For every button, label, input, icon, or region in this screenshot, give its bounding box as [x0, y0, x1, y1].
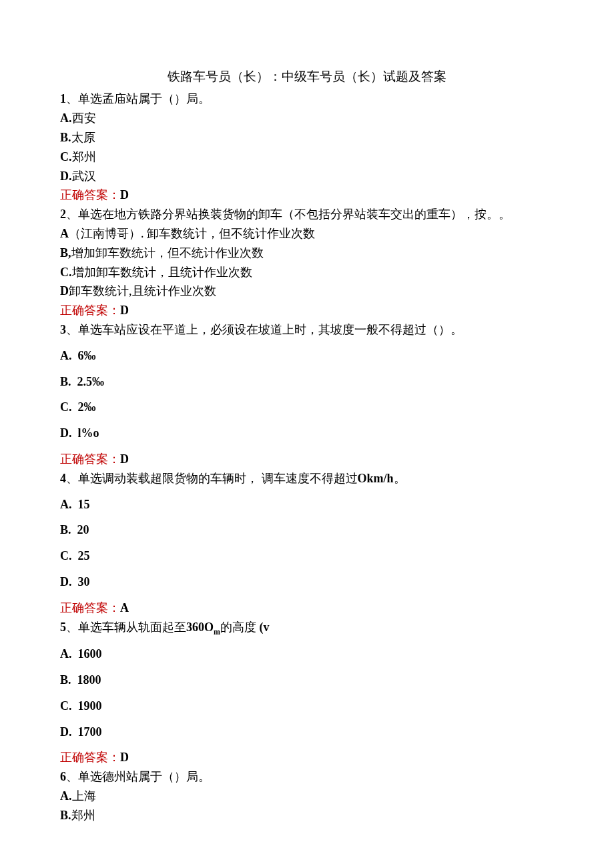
q4-option-b: B. 20 — [60, 520, 554, 540]
q2-c-label: C. — [60, 266, 72, 279]
q5-text1: 、单选车辆从轨面起至 — [66, 620, 186, 634]
q1-option-c: C.郑州 — [60, 147, 554, 167]
q2-c-text: 增加卸车数统计，且统计作业次数 — [72, 266, 252, 279]
q1-answer: 正确答案：D — [60, 185, 554, 205]
q6-number: 6 — [60, 770, 66, 783]
q5-bold1: 360O — [186, 620, 214, 634]
q2-option-c: C.增加卸车数统计，且统计作业次数 — [60, 263, 554, 282]
q5-answer-label: 正确答案： — [60, 751, 120, 764]
q4-option-d: D. 30 — [60, 572, 554, 592]
q1-d-label: D. — [60, 169, 72, 183]
q2-a-label: A — [60, 227, 69, 240]
q3-b-label: B. — [60, 375, 71, 388]
q1-c-label: C. — [60, 150, 72, 163]
q4-text: 、单选调动装载超限货物的车辆时， 调车速度不得超过 — [66, 472, 358, 485]
q1-option-d: D.武汉 — [60, 167, 554, 186]
q2-a-text: （江南博哥）. 卸车数统计，但不统计作业次数 — [69, 227, 315, 240]
q5-option-c: C. 1900 — [60, 697, 554, 716]
q3-a-label: A. — [60, 349, 72, 362]
q1-a-text: 西安 — [72, 111, 96, 125]
q6-b-text: 郑州 — [71, 809, 95, 822]
q5-d-text: 1700 — [78, 725, 102, 739]
q4-b-label: B. — [60, 523, 71, 536]
q5-d-label: D. — [60, 725, 72, 739]
q5-answer-value: D — [120, 751, 129, 764]
q5-c-label: C. — [60, 699, 72, 713]
q5-a-label: A. — [60, 647, 72, 661]
q3-text: 、单选车站应设在平道上，必须设在坡道上时，其坡度一般不得超过（）。 — [66, 323, 463, 336]
q1-d-text: 武汉 — [72, 169, 96, 183]
q1-b-text: 太原 — [71, 131, 95, 144]
q3-d-text: l%o — [78, 426, 99, 440]
q1-a-label: A. — [60, 111, 72, 125]
q2-b-text: 增加卸车数统计，但不统计作业次数 — [71, 246, 264, 260]
q2-option-b: B,增加卸车数统计，但不统计作业次数 — [60, 244, 554, 263]
q2-b-label: B, — [60, 246, 71, 260]
page-title: 铁路车号员（长）：中级车号员（长）试题及答案 — [60, 67, 554, 87]
q6-a-label: A. — [60, 789, 72, 803]
q6-a-text: 上海 — [72, 789, 96, 803]
question-2: 2、单选在地方铁路分界站换装货物的卸车（不包括分界站装车交出的重车），按。。 — [60, 205, 554, 224]
question-3: 3、单选车站应设在平道上，必须设在坡道上时，其坡度一般不得超过（）。 — [60, 320, 554, 340]
q3-answer: 正确答案：D — [60, 450, 554, 469]
question-1: 1、单选孟庙站属于（）局。 — [60, 89, 554, 109]
q4-number: 4 — [60, 472, 66, 485]
q3-option-b: B. 2.5‰ — [60, 372, 554, 392]
q3-b-text: 2.5‰ — [77, 375, 105, 388]
q4-option-a: A. 15 — [60, 495, 554, 514]
q4-a-label: A. — [60, 498, 72, 511]
q3-option-d: D. l%o — [60, 424, 554, 443]
question-5: 5、单选车辆从轨面起至360Om的高度 (v — [60, 618, 554, 638]
q1-c-text: 郑州 — [72, 150, 96, 163]
q4-d-text: 30 — [78, 575, 90, 588]
q2-option-d: D卸车数统计,且统计作业次数 — [60, 282, 554, 301]
q4-answer: 正确答案：A — [60, 598, 554, 618]
q2-d-label: D — [60, 284, 69, 298]
q5-option-d: D. 1700 — [60, 723, 554, 742]
question-4: 4、单选调动装载超限货物的车辆时， 调车速度不得超过Okm/h。 — [60, 469, 554, 488]
q5-b-text: 1800 — [77, 673, 101, 687]
q5-text2: 的高度 — [220, 620, 260, 634]
q4-a-text: 15 — [78, 498, 90, 511]
q1-answer-value: D — [120, 188, 129, 201]
q3-answer-label: 正确答案： — [60, 452, 120, 466]
q3-number: 3 — [60, 323, 66, 336]
q5-sub: m — [214, 626, 220, 636]
q3-a-text: 6‰ — [78, 349, 96, 362]
q4-option-c: C. 25 — [60, 546, 554, 566]
q5-b-label: B. — [60, 673, 71, 687]
q6-text: 、单选德州站属于（）局。 — [66, 770, 210, 783]
q3-option-c: C. 2‰ — [60, 398, 554, 417]
q1-b-label: B. — [60, 131, 71, 144]
q6-option-a: A.上海 — [60, 787, 554, 806]
q4-suffix: 。 — [394, 472, 406, 485]
q4-answer-label: 正确答案： — [60, 601, 120, 614]
q1-text: 、单选孟庙站属于（）局。 — [66, 92, 210, 105]
q1-answer-label: 正确答案： — [60, 188, 120, 201]
q1-number: 1 — [60, 92, 66, 105]
q1-option-a: A.西安 — [60, 109, 554, 128]
q3-option-a: A. 6‰ — [60, 346, 554, 366]
q3-answer-value: D — [120, 452, 129, 466]
q5-answer: 正确答案：D — [60, 748, 554, 767]
q3-c-text: 2‰ — [78, 400, 96, 414]
q5-a-text: 1600 — [78, 647, 102, 661]
q2-text: 、单选在地方铁路分界站换装货物的卸车（不包括分界站装车交出的重车），按。。 — [66, 207, 511, 221]
q4-c-text: 25 — [78, 549, 90, 562]
q6-b-label: B. — [60, 809, 71, 822]
q4-b-text: 20 — [77, 523, 89, 536]
q6-option-b: B.郑州 — [60, 806, 554, 825]
q4-d-label: D. — [60, 575, 72, 588]
q5-option-b: B. 1800 — [60, 671, 554, 690]
q4-answer-value: A — [120, 601, 129, 614]
question-6: 6、单选德州站属于（）局。 — [60, 767, 554, 787]
q4-c-label: C. — [60, 549, 72, 562]
q5-option-a: A. 1600 — [60, 644, 554, 664]
q3-d-label: D. — [60, 426, 72, 440]
q2-answer: 正确答案：D — [60, 301, 554, 320]
q4-bold: Okm/h — [358, 472, 394, 485]
q2-answer-label: 正确答案： — [60, 304, 120, 317]
q3-c-label: C. — [60, 400, 72, 414]
q2-d-text: 卸车数统计,且统计作业次数 — [69, 284, 216, 298]
q5-c-text: 1900 — [78, 699, 102, 713]
